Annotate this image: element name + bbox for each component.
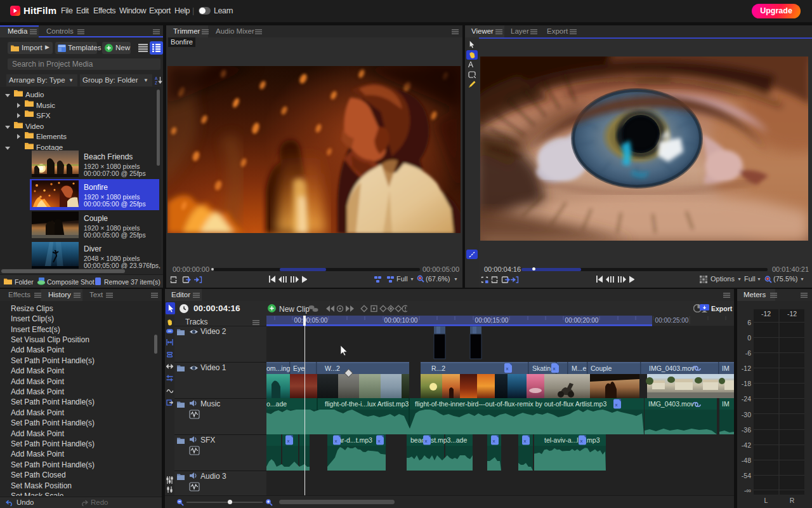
svg-text:00:00:10:00: 00:00:10:00 [384, 317, 418, 324]
svg-text:A: A [155, 76, 158, 81]
svg-text:00:00:05:00: 00:00:05:00 [294, 317, 328, 324]
svg-text:IMG_0403.mov: IMG_0403.mov [648, 400, 695, 408]
svg-text:IM: IM [722, 364, 730, 372]
svg-text:Eye: Eye [293, 364, 304, 372]
svg-text:M...e: M...e [572, 364, 586, 372]
svg-text:x: x [425, 438, 428, 444]
svg-text:o...ade: o...ade [266, 400, 287, 408]
svg-text:R...2: R...2 [431, 364, 445, 372]
svg-text:00:00:15:00: 00:00:15:00 [475, 317, 509, 324]
svg-text:tel-aviv-a...list.mp3: tel-aviv-a...list.mp3 [544, 436, 600, 444]
svg-text:x: x [524, 438, 527, 444]
svg-text:x: x [615, 402, 618, 408]
svg-text:.st.mp3: .st.mp3 [429, 436, 451, 444]
svg-text:Z: Z [155, 81, 157, 84]
svg-text:x: x [378, 438, 381, 444]
svg-text:flight-of-the-i...lux Artlist.: flight-of-the-i...lux Artlist.mp3 [325, 400, 409, 408]
svg-text:00:00:25:00: 00:00:25:00 [655, 317, 689, 324]
svg-text:W...2: W...2 [325, 364, 340, 372]
svg-text:x: x [335, 438, 337, 444]
svg-text:IM: IM [722, 400, 730, 408]
svg-text:Couple: Couple [591, 364, 612, 372]
svg-text:IMG_0403.mov: IMG_0403.mov [649, 364, 695, 372]
svg-text:Skating: Skating [532, 364, 554, 372]
svg-text:x: x [287, 438, 290, 444]
svg-text:00:00:20:00: 00:00:20:00 [565, 317, 599, 324]
svg-text:x: x [506, 366, 509, 371]
svg-text:flight-of-the-inner-bird---out: flight-of-the-inner-bird---out-of-flux-r… [415, 400, 606, 408]
svg-text:...ade: ...ade [450, 436, 467, 444]
svg-text:x: x [493, 438, 495, 444]
svg-text:om...ing: om...ing [266, 364, 291, 372]
svg-text:x: x [553, 366, 556, 371]
svg-text:x: x [580, 438, 583, 444]
